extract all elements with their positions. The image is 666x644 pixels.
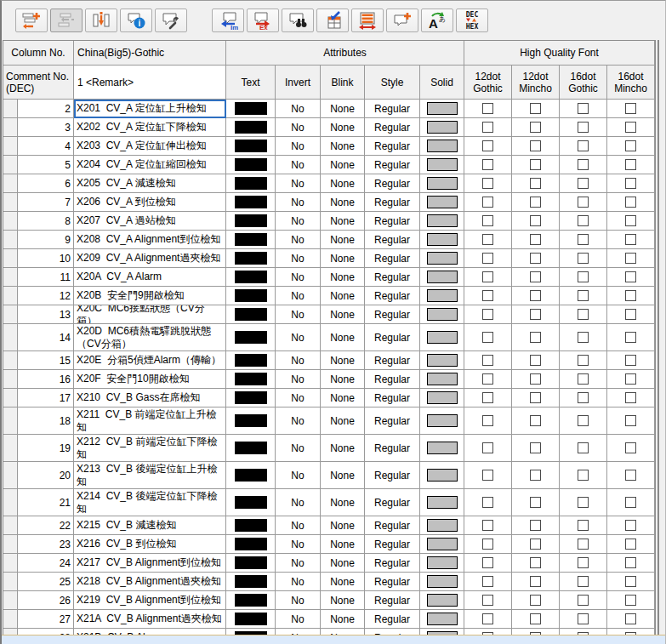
comment-cell[interactable]: X20D MC6積熱電驛跳脫狀態（CV分箱） [74, 324, 226, 351]
comment-cell[interactable]: X210 CV_B Gass在席檢知 [74, 389, 226, 407]
solid-color-cell[interactable] [420, 389, 464, 407]
text-color-cell[interactable] [226, 435, 276, 462]
font-16dot-gothic-checkbox[interactable] [578, 159, 589, 170]
style-cell[interactable]: Regular [365, 324, 420, 351]
font-12dot-mincho-checkbox[interactable] [530, 103, 541, 114]
text-color-cell[interactable] [226, 193, 276, 212]
invert-cell[interactable]: No [276, 591, 321, 610]
comment-cell[interactable]: X219 CV_B Alignment到位檢知 [74, 591, 226, 610]
font-16dot-gothic-checkbox[interactable] [578, 355, 589, 366]
font-16dot-mincho-checkbox[interactable] [625, 309, 636, 320]
row-selector-cell[interactable] [3, 516, 18, 535]
text-color-swatch[interactable] [235, 158, 267, 171]
invert-cell[interactable]: No [276, 516, 321, 535]
comment-cell[interactable]: X208 CV_A Alignment到位檢知 [74, 231, 226, 249]
invert-cell[interactable]: No [276, 212, 321, 231]
blink-cell[interactable]: None [321, 268, 365, 287]
blink-cell[interactable]: None [321, 389, 365, 407]
solid-color-swatch[interactable] [427, 575, 458, 588]
invert-cell[interactable]: No [276, 389, 321, 407]
comment-cell[interactable]: X202 CV_A 定位缸下降檢知 [74, 118, 226, 137]
text-color-cell[interactable] [226, 174, 276, 193]
dec-hex-toggle-button[interactable]: DEC HEX [456, 9, 488, 32]
row-selector-cell[interactable] [3, 324, 18, 351]
solid-color-cell[interactable] [420, 287, 464, 305]
solid-color-cell[interactable] [420, 610, 464, 629]
invert-cell[interactable]: No [276, 370, 321, 389]
font-16dot-mincho-checkbox[interactable] [625, 122, 636, 133]
font-12dot-mincho-checkbox[interactable] [530, 271, 541, 282]
font-12dot-gothic-checkbox[interactable] [482, 122, 493, 133]
font-16dot-mincho-checkbox[interactable] [625, 373, 636, 385]
solid-color-cell[interactable] [420, 100, 464, 118]
invert-cell[interactable]: No [276, 193, 321, 212]
style-cell[interactable]: Regular [365, 287, 420, 305]
text-color-cell[interactable] [226, 100, 276, 118]
comment-no-cell[interactable]: 19 [18, 435, 74, 462]
text-color-cell[interactable] [226, 351, 276, 370]
solid-color-swatch[interactable] [427, 289, 458, 302]
font-16dot-mincho-checkbox[interactable] [625, 520, 636, 531]
font-12dot-mincho-checkbox[interactable] [530, 392, 541, 403]
font-12dot-mincho-checkbox[interactable] [530, 613, 541, 624]
text-color-swatch[interactable] [235, 233, 267, 246]
font-16dot-mincho-checkbox[interactable] [625, 442, 636, 453]
remark-header-cell[interactable]: 1 <Remark> [74, 66, 226, 100]
comment-cell[interactable]: X216 CV_B 到位檢知 [74, 535, 226, 554]
solid-color-swatch[interactable] [427, 469, 458, 482]
font-16dot-mincho-checkbox[interactable] [625, 271, 636, 282]
style-cell[interactable]: Regular [365, 370, 420, 389]
comment-no-cell[interactable]: 5 [18, 156, 74, 174]
invert-cell[interactable]: No [276, 287, 321, 305]
change-language-button[interactable]: A あ [421, 9, 453, 32]
solid-color-swatch[interactable] [427, 442, 458, 454]
font-12dot-gothic-checkbox[interactable] [482, 332, 493, 343]
solid-color-cell[interactable] [420, 516, 464, 535]
style-cell[interactable]: Regular [365, 610, 420, 629]
font-16dot-mincho-checkbox[interactable] [625, 103, 636, 114]
solid-color-swatch[interactable] [427, 102, 458, 115]
solid-color-swatch[interactable] [427, 538, 458, 550]
text-color-swatch[interactable] [235, 214, 267, 227]
comment-no-cell[interactable]: 11 [18, 268, 74, 287]
blink-cell[interactable]: None [321, 137, 365, 156]
font-16dot-gothic-checkbox[interactable] [578, 197, 589, 208]
blink-cell[interactable]: None [321, 591, 365, 610]
comment-no-cell[interactable]: 10 [18, 249, 74, 268]
row-selector-cell[interactable] [3, 610, 18, 629]
solid-color-swatch[interactable] [427, 214, 458, 227]
text-color-cell[interactable] [226, 489, 276, 516]
font-16dot-mincho-checkbox[interactable] [625, 576, 636, 587]
comment-no-cell[interactable]: 9 [18, 231, 74, 249]
row-selector-cell[interactable] [3, 156, 18, 174]
text-color-cell[interactable] [226, 231, 276, 249]
font-12dot-gothic-checkbox[interactable] [482, 576, 493, 587]
row-selector-cell[interactable] [3, 268, 18, 287]
solid-color-swatch[interactable] [427, 177, 458, 190]
solid-color-cell[interactable] [420, 554, 464, 573]
row-selector-cell[interactable] [3, 118, 18, 137]
font-12dot-gothic-checkbox[interactable] [482, 271, 493, 282]
font-16dot-mincho-checkbox[interactable] [625, 234, 636, 245]
comment-no-cell[interactable]: 8 [18, 212, 74, 231]
font-12dot-gothic-checkbox[interactable] [482, 415, 493, 426]
insert-column-button[interactable] [85, 9, 117, 32]
style-cell[interactable]: Regular [365, 462, 420, 489]
font-12dot-mincho-checkbox[interactable] [530, 234, 541, 245]
font-12dot-gothic-checkbox[interactable] [482, 178, 493, 189]
text-color-cell[interactable] [226, 268, 276, 287]
solid-color-cell[interactable] [420, 370, 464, 389]
comment-cell[interactable]: X20B 安全門9開啟檢知 [74, 287, 226, 305]
comment-no-cell[interactable]: 6 [18, 174, 74, 193]
row-selector-cell[interactable] [3, 462, 18, 489]
style-cell[interactable]: Regular [365, 535, 420, 554]
invert-cell[interactable]: No [276, 100, 321, 118]
comment-no-cell[interactable]: 4 [18, 137, 74, 156]
style-cell[interactable]: Regular [365, 591, 420, 610]
row-selector-cell[interactable] [3, 174, 18, 193]
style-cell[interactable]: Regular [365, 212, 420, 231]
comment-cell[interactable]: X21A CV_B Alignment過夾檢知 [74, 610, 226, 629]
add-comment-button[interactable] [386, 9, 418, 32]
text-color-cell[interactable] [226, 305, 276, 324]
comment-no-cell[interactable]: 13 [18, 305, 74, 324]
